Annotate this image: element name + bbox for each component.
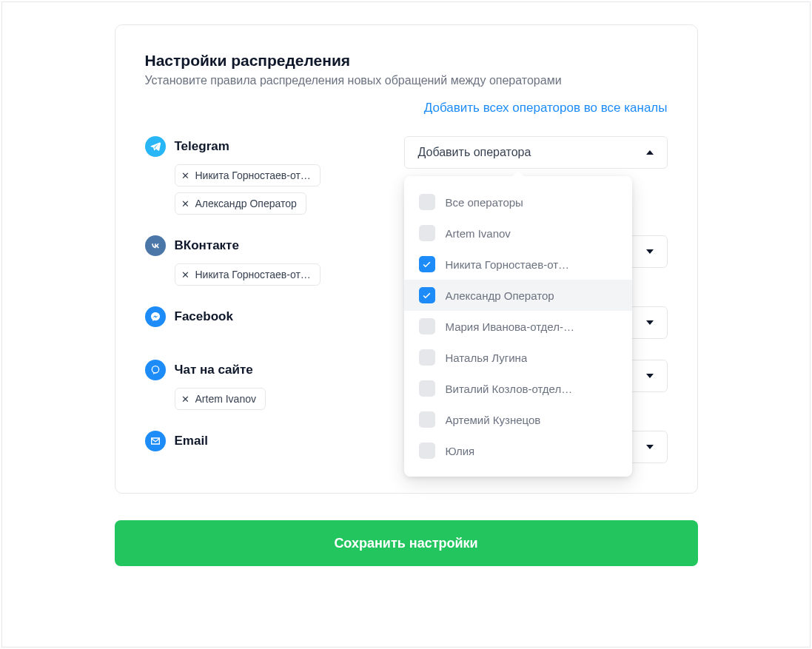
remove-chip-icon[interactable]: ✕ [181,170,189,181]
dropdown-item[interactable]: Artem Ivanov [404,218,632,249]
checkbox-unchecked[interactable] [419,411,435,428]
chevron-down-icon [646,374,654,378]
dropdown-item[interactable]: Виталий Козлов-отдел… [404,373,632,404]
chip-label: Artem Ivanov [195,393,256,405]
dropdown-item[interactable]: Александр Оператор [404,280,632,311]
channel-name: Telegram [175,139,229,154]
telegram-icon [145,136,166,157]
facebook-icon [145,306,166,327]
select-placeholder: Добавить оператора [418,146,531,159]
checkbox-unchecked[interactable] [419,318,435,334]
remove-chip-icon[interactable]: ✕ [181,198,189,209]
checkbox-checked[interactable] [419,287,435,303]
checkbox-unchecked[interactable] [419,380,435,397]
operator-chip: ✕ Александр Оператор [175,192,306,215]
add-operator-select[interactable]: Добавить оператора [404,136,668,169]
chevron-down-icon [646,249,654,254]
chip-label: Никита Горностаев-от… [195,269,311,280]
distribution-settings-card: Настройки распределения Установите прави… [115,24,698,494]
channel-name: Facebook [175,309,233,324]
operator-chip: ✕ Никита Горностаев-от… [175,263,321,286]
chevron-down-icon [646,320,654,325]
channel-name: Email [175,434,208,448]
card-title: Настройки распределения [145,52,668,70]
operator-chip: ✕ Artem Ivanov [175,388,266,410]
dropdown-item[interactable]: Все операторы [404,186,632,218]
chip-label: Александр Оператор [195,198,297,209]
checkbox-checked[interactable] [419,256,435,272]
dropdown-item[interactable]: Артемий Кузнецов [404,404,632,435]
dropdown-item[interactable]: Наталья Лугина [404,342,632,373]
add-all-operators-link[interactable]: Добавить всех операторов во все каналы [145,101,668,115]
dropdown-item[interactable]: Юлия [404,435,632,466]
channel-row-telegram: Telegram ✕ Никита Горностаев-от… ✕ Алекс… [145,136,668,215]
vk-icon [145,235,166,256]
dropdown-item[interactable]: Мария Иванова-отдел-… [404,311,632,342]
chevron-down-icon [646,445,654,449]
save-settings-button[interactable]: Сохранить настройки [115,520,698,566]
remove-chip-icon[interactable]: ✕ [181,394,189,405]
channel-name: Чат на сайте [175,363,253,377]
card-subtitle: Установите правила распределения новых о… [145,74,668,87]
channel-name: ВКонтакте [175,238,239,253]
chevron-up-icon [646,150,654,155]
svg-point-0 [152,366,158,373]
email-icon [145,431,166,451]
chip-label: Никита Горностаев-от… [195,169,311,181]
checkbox-unchecked[interactable] [419,349,435,366]
chat-icon [145,360,166,380]
dropdown-item[interactable]: Никита Горностаев-от… [404,249,632,280]
operator-dropdown: Все операторы Artem Ivanov Никита Горнос… [404,176,632,477]
checkbox-unchecked[interactable] [419,225,435,241]
remove-chip-icon[interactable]: ✕ [181,269,189,280]
checkbox-unchecked[interactable] [419,194,435,210]
operator-chip: ✕ Никита Горностаев-от… [175,164,321,186]
checkbox-unchecked[interactable] [419,443,435,459]
